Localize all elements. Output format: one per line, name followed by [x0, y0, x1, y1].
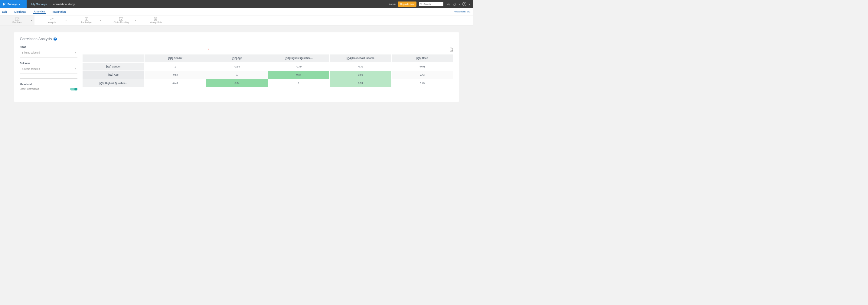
- col-header: [Q1] Gender: [144, 54, 206, 62]
- table-row: [Q1] Gender1-0.54-0.49-0.73-0.01: [83, 62, 453, 70]
- chevron-down-icon[interactable]: ▼: [459, 3, 460, 5]
- search-box[interactable]: [419, 2, 443, 6]
- chevron-down-icon: ▼: [65, 19, 67, 21]
- dashboard-icon: [15, 17, 19, 21]
- table-cell: 0.84: [206, 79, 268, 87]
- table-cell: -0.49: [268, 62, 330, 70]
- app-menu[interactable]: P Surveys ▼: [0, 0, 27, 8]
- toolbar-label: Choice Modelling: [114, 21, 128, 23]
- table-cell: 1: [206, 71, 268, 79]
- panel-title: Correlation Analysis ?: [20, 37, 453, 41]
- breadcrumb-link[interactable]: My Surveys: [31, 2, 47, 6]
- toolbar-label: Analysis: [48, 21, 55, 23]
- export-xls-button[interactable]: XLS: [449, 48, 453, 52]
- cols-label: Coloums: [20, 62, 78, 65]
- cols-value: 5 items selected: [22, 68, 40, 70]
- chevron-down-icon: ▼: [169, 19, 170, 21]
- correlation-panel: Correlation Analysis ? Rows 5 items sele…: [14, 32, 459, 102]
- chevron-down-icon[interactable]: ▼: [469, 3, 470, 5]
- config-sidebar: Rows 5 items selected ▼ Coloums 5 items …: [20, 46, 81, 90]
- toolbar-dashboard[interactable]: Dashboard ▼: [0, 16, 34, 25]
- chevron-down-icon: ▼: [100, 19, 101, 21]
- toolbar-text-analysis[interactable]: Text Analysis ▼: [69, 16, 104, 25]
- database-icon: [154, 17, 158, 21]
- table-row: [Q2] Age-0.5410.840.660.43: [83, 71, 453, 79]
- correlation-table: [Q1] Gender [Q2] Age [Q3] Highest Qualif…: [82, 54, 453, 88]
- table-cell: 1: [268, 79, 330, 87]
- cols-select[interactable]: 5 items selected ▼: [20, 66, 78, 73]
- chevron-down-icon: ▼: [74, 68, 76, 70]
- upgrade-button[interactable]: Upgrade Now: [398, 1, 417, 7]
- table-area: XLS [Q1] Gender [Q2] Age [Q3] Highest Qu…: [81, 46, 453, 90]
- breadcrumb-sep: ›: [49, 2, 50, 6]
- chevron-down-icon: ▼: [134, 19, 136, 21]
- tab-edit[interactable]: Edit: [1, 10, 7, 13]
- table-cell: 0.84: [268, 71, 330, 79]
- table-cell: 0.66: [330, 71, 391, 79]
- search-icon: [420, 3, 423, 6]
- panel-title-text: Correlation Analysis: [20, 37, 52, 41]
- col-header: [Q5] Race: [391, 54, 453, 62]
- threshold-label: Threshold: [20, 83, 78, 86]
- svg-marker-13: [208, 49, 209, 50]
- table-cell: -0.73: [330, 62, 391, 70]
- responses-count[interactable]: Responses: 172: [454, 10, 470, 13]
- main-area: Correlation Analysis ? Rows 5 items sele…: [0, 25, 473, 102]
- row-header: [Q3] Highest Qualifica...: [83, 79, 144, 87]
- table-cell: 0.43: [391, 71, 453, 79]
- table-cell: 0.49: [391, 79, 453, 87]
- tab-integration[interactable]: Integration: [52, 10, 66, 13]
- col-header: [Q2] Age: [206, 54, 268, 62]
- row-header: [Q1] Gender: [83, 62, 144, 70]
- help-link[interactable]: Help: [445, 3, 450, 5]
- analysis-icon: [50, 17, 54, 21]
- direct-correlation-toggle[interactable]: [70, 88, 78, 91]
- text-analysis-icon: [85, 17, 88, 21]
- svg-rect-5: [85, 18, 88, 21]
- tab-analytics[interactable]: Analytics: [33, 10, 45, 13]
- help-icon[interactable]: ?: [54, 37, 57, 41]
- chevron-down-icon: ▼: [31, 19, 32, 21]
- app-name: Surveys: [7, 3, 17, 6]
- logo-icon: P: [3, 2, 5, 6]
- table-cell: -0.54: [206, 62, 268, 70]
- table-cell: -0.49: [144, 79, 206, 87]
- analytics-toolbar: Dashboard ▼ Analysis ▼ Text Analysis ▼ C…: [0, 16, 473, 25]
- col-header: [Q4] Household Income: [330, 54, 391, 62]
- chevron-down-icon: ▼: [74, 52, 76, 54]
- user-avatar[interactable]: S: [462, 2, 466, 6]
- breadcrumb: My Surveys › correlation study: [27, 2, 75, 6]
- annotation-arrow: [176, 49, 209, 50]
- search-input[interactable]: [424, 3, 442, 5]
- admin-label[interactable]: Admin: [389, 3, 396, 5]
- table-cell: 0.74: [330, 79, 391, 87]
- toolbar-choice-modelling[interactable]: Choice Modelling ▼: [104, 16, 138, 25]
- notification-bell[interactable]: [453, 2, 456, 6]
- toolbar-manage-data[interactable]: Manage Data ▼: [138, 16, 173, 25]
- table-corner: [83, 54, 144, 62]
- row-header: [Q2] Age: [83, 71, 144, 79]
- toolbar-analysis[interactable]: Analysis ▼: [34, 16, 69, 25]
- col-header: [Q3] Highest Qualifica...: [268, 54, 330, 62]
- table-cell: 1: [144, 62, 206, 70]
- choice-modelling-icon: [119, 17, 123, 21]
- topbar-right: Admin Upgrade Now Help ▼ S ▼: [389, 1, 473, 7]
- toolbar-label: Manage Data: [150, 21, 161, 23]
- table-header-row: [Q1] Gender [Q2] Age [Q3] Highest Qualif…: [83, 54, 453, 62]
- nav-tabs: Edit Distribute Analytics Integration Re…: [0, 8, 473, 16]
- svg-line-1: [422, 4, 422, 5]
- svg-point-0: [421, 3, 422, 4]
- tab-distribute[interactable]: Distribute: [13, 10, 27, 13]
- toolbar-label: Text Analysis: [81, 21, 92, 23]
- breadcrumb-current: correlation study: [53, 2, 75, 6]
- toolbar-label: Dashboard: [12, 21, 22, 23]
- topbar: P Surveys ▼ My Surveys › correlation stu…: [0, 0, 473, 8]
- threshold-item-label: Direct Correlation: [20, 88, 39, 90]
- svg-point-11: [154, 17, 157, 19]
- chevron-down-icon: ▼: [19, 3, 20, 5]
- rows-label: Rows: [20, 46, 78, 49]
- rows-select[interactable]: 5 items selected ▼: [20, 50, 78, 58]
- svg-text:XLS: XLS: [450, 50, 453, 52]
- table-cell: -0.01: [391, 62, 453, 70]
- table-cell: -0.54: [144, 71, 206, 79]
